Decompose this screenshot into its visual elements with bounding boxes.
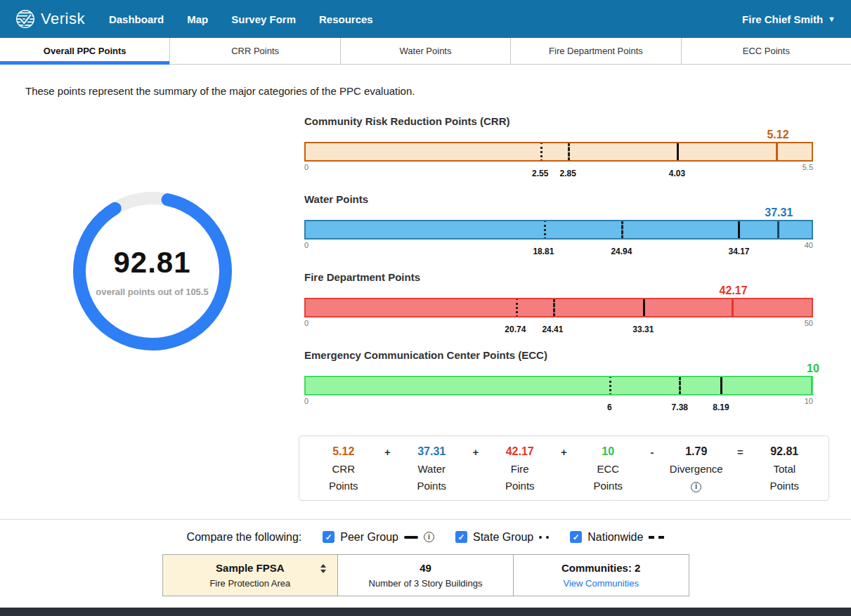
tab-label: CRR Points: [231, 46, 279, 56]
equation-term-total: 92.81TotalPoints: [746, 445, 824, 492]
value-label: 5.12: [767, 129, 788, 141]
term-value: 37.31: [394, 445, 471, 458]
tab-label: Overall PPC Points: [44, 46, 126, 56]
marker-state-group: [516, 298, 518, 317]
info-icon[interactable]: i: [424, 532, 434, 542]
info-box-title: 49: [338, 562, 513, 574]
nav-item-dashboard[interactable]: Dashboard: [109, 13, 164, 25]
info-icon[interactable]: i: [691, 482, 701, 492]
compare-option-peer-group[interactable]: ✓Peer Groupi: [323, 531, 434, 544]
tab-label: Water Points: [400, 46, 452, 56]
equation-term-crr: 5.12CRRPoints: [305, 445, 382, 492]
marker-value-label: 24.41: [542, 325, 563, 334]
marker-value-label: 2.85: [559, 169, 576, 178]
axis-max-label: 50: [805, 319, 813, 327]
term-value: 10: [570, 445, 647, 458]
user-menu[interactable]: Fire Chief Smith ▼: [742, 13, 836, 25]
footer: © 2008, 2019 Verisk Analytics, Inc. All …: [0, 608, 851, 616]
page: Verisk DashboardMapSurvey FormResources …: [0, 0, 851, 616]
equation-operator: +: [382, 446, 394, 458]
term-label: Divergence: [658, 463, 735, 475]
bar-track: [304, 142, 813, 162]
marker-value-label: 4.03: [669, 169, 685, 178]
info-box-sample-fpsa[interactable]: Sample FPSAFire Protection Area: [163, 555, 339, 596]
info-boxes: Sample FPSAFire Protection Area49Number …: [162, 554, 689, 596]
overall-points-caption: overall points out of 105.5: [96, 287, 208, 297]
marker-value-label: 8.19: [713, 402, 729, 412]
checkbox-nationwide[interactable]: ✓: [570, 531, 582, 543]
solid-line-icon: [404, 536, 418, 539]
marker-value-label: 24.94: [611, 247, 632, 256]
equation-term-divergence: 1.79Divergencei: [658, 445, 735, 492]
marker-value-label: 34.17: [728, 247, 749, 256]
compare-option-nationwide[interactable]: ✓Nationwide: [570, 531, 664, 544]
active-tab-underline: [0, 61, 169, 65]
checkbox-peer-group[interactable]: ✓: [323, 531, 334, 543]
bar-axis: 04018.8124.9434.17: [304, 240, 813, 262]
nav-item-map[interactable]: Map: [187, 13, 208, 25]
dashed-line-icon: [649, 536, 664, 539]
tab-water-points[interactable]: Water Points: [341, 38, 511, 64]
tab-crr-points[interactable]: CRR Points: [170, 38, 340, 64]
top-nav: Verisk DashboardMapSurvey FormResources …: [0, 0, 851, 38]
term-value: 5.12: [305, 445, 382, 458]
value-label: 42.17: [720, 284, 748, 297]
equation-operator: +: [559, 446, 570, 458]
chart-title: Fire Department Points: [304, 271, 813, 283]
compare-options: ✓Peer Groupi✓State Group✓Nationwide: [323, 531, 664, 544]
marker-value-label: 20.74: [505, 325, 526, 334]
nav-item-survey-form[interactable]: Survey Form: [231, 13, 296, 25]
value-label: 10: [807, 362, 819, 375]
term-label: Water: [394, 463, 471, 475]
select-arrows-icon: [320, 564, 326, 573]
nav-items: DashboardMapSurvey FormResources: [109, 13, 396, 25]
term-label: Total: [746, 463, 824, 475]
axis-min-label: 0: [304, 241, 308, 249]
intro-text: These points represent the summary of th…: [25, 85, 826, 97]
equation-term-water: 37.31WaterPoints: [394, 445, 471, 492]
marker-state-group: [609, 376, 611, 395]
info-box-title: Communities: 2: [514, 562, 689, 574]
checkbox-state-group[interactable]: ✓: [455, 531, 467, 543]
marker-value-label: 18.81: [533, 247, 554, 256]
bar-track: [304, 220, 813, 240]
marker-peer-group: [643, 298, 645, 317]
dashboard-body: 92.81 overall points out of 105.5 Commun…: [0, 115, 851, 427]
compare-option-state-group[interactable]: ✓State Group: [455, 531, 549, 544]
term-value: 1.79: [658, 445, 735, 458]
tab-fire-department-points[interactable]: Fire Department Points: [511, 38, 681, 64]
term-value: 42.17: [481, 445, 559, 458]
info-box-subtitle: Number of 3 Story Buildings: [338, 578, 513, 589]
bar-axis: 01067.388.19: [304, 395, 813, 418]
overall-points-gauge: 92.81 overall points out of 105.5: [70, 188, 235, 354]
chart-water-points: Water Points37.3104018.8124.9434.17: [304, 193, 813, 262]
tab-ecc-points[interactable]: ECC Points: [682, 38, 851, 64]
value-label: 37.31: [765, 207, 793, 219]
term-label: Points: [394, 480, 471, 492]
gauge-center: 92.81 overall points out of 105.5: [70, 188, 235, 354]
marker-state-group: [540, 142, 543, 162]
dotted-line-icon: [539, 536, 549, 539]
term-label: Points: [481, 480, 559, 492]
tab-overall-ppc-points[interactable]: Overall PPC Points: [0, 38, 170, 64]
value-marker: [811, 376, 813, 395]
axis-min-label: 0: [304, 397, 308, 405]
tab-bar: Overall PPC PointsCRR PointsWater Points…: [0, 38, 851, 65]
chart-title: Emergency Communication Center Points (E…: [304, 349, 813, 361]
chart-title: Community Risk Reduction Points (CRR): [304, 115, 813, 127]
verisk-logo[interactable]: Verisk: [15, 9, 85, 29]
marker-value-label: 7.38: [672, 402, 688, 412]
marker-nationwide: [553, 298, 555, 317]
equation-operator: -: [647, 446, 658, 458]
nav-item-resources[interactable]: Resources: [319, 13, 373, 25]
chart-value-row: 10: [304, 361, 813, 376]
term-label: Points: [746, 480, 824, 492]
chart-fire-department-points: Fire Department Points42.1705020.7424.41…: [304, 271, 813, 340]
equation-operator: =: [735, 446, 746, 458]
term-label: Points: [570, 480, 647, 492]
section-divider: [0, 519, 851, 520]
gauge-column: 92.81 overall points out of 105.5: [0, 115, 304, 427]
view-communities-link[interactable]: View Communities: [563, 578, 638, 589]
up-arrow-icon: [320, 564, 326, 568]
marker-value-label: 33.31: [632, 325, 654, 334]
